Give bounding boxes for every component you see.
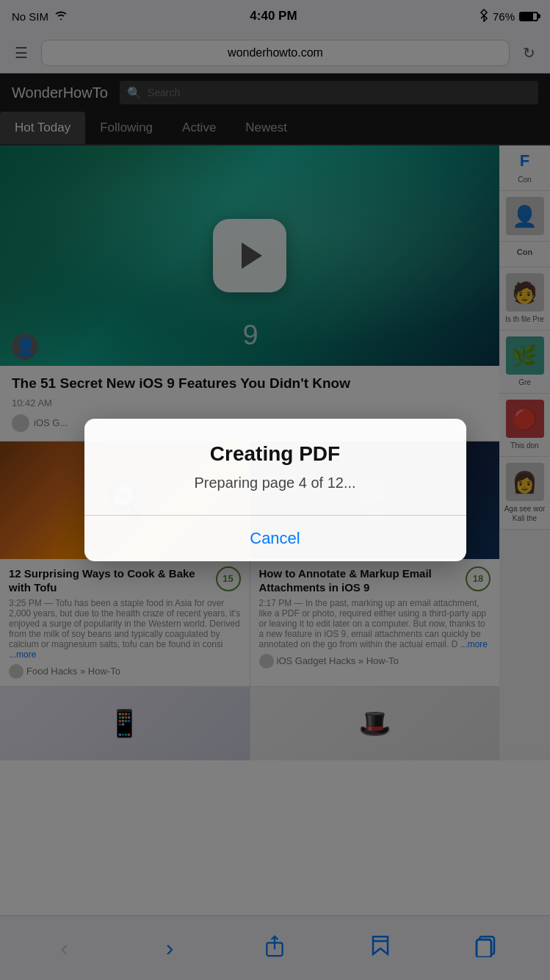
modal-overlay: Creating PDF Preparing page 4 of 12... C… xyxy=(0,0,550,980)
modal-subtitle: Preparing page 4 of 12... xyxy=(114,475,437,491)
modal-box: Creating PDF Preparing page 4 of 12... C… xyxy=(84,419,466,561)
modal-title: Creating PDF xyxy=(114,442,437,466)
modal-cancel-button[interactable]: Cancel xyxy=(114,516,437,561)
